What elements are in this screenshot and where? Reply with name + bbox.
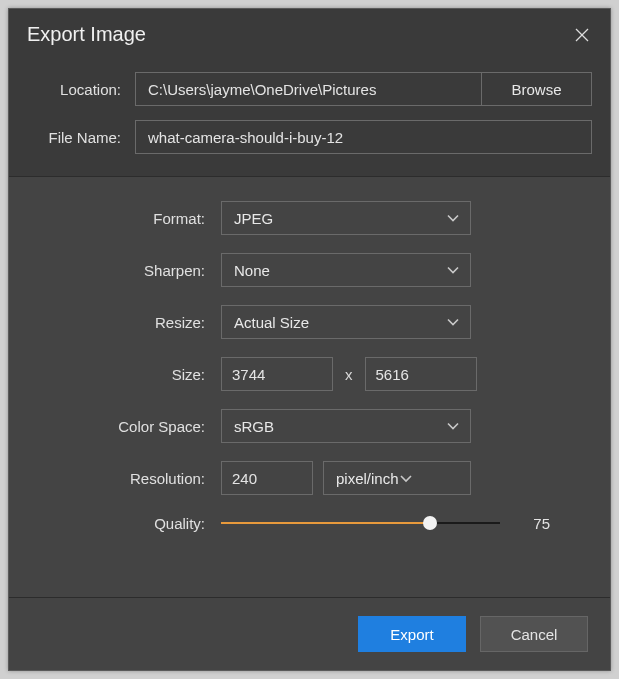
format-value: JPEG xyxy=(234,210,273,227)
resize-value: Actual Size xyxy=(234,314,309,331)
colorspace-label: Color Space: xyxy=(27,418,221,435)
slider-thumb[interactable] xyxy=(423,516,437,530)
slider-fill xyxy=(221,522,430,524)
width-input[interactable] xyxy=(221,357,333,391)
chevron-down-icon xyxy=(446,418,460,435)
height-input[interactable] xyxy=(365,357,477,391)
resolution-unit-value: pixel/inch xyxy=(336,470,399,487)
browse-button[interactable]: Browse xyxy=(481,73,591,105)
sharpen-select[interactable]: None xyxy=(221,253,471,287)
export-image-dialog: Export Image Location: C:\Users\jayme\On… xyxy=(8,8,611,671)
file-section: Location: C:\Users\jayme\OneDrive\Pictur… xyxy=(9,64,610,176)
resize-select[interactable]: Actual Size xyxy=(221,305,471,339)
titlebar: Export Image xyxy=(9,9,610,64)
format-select[interactable]: JPEG xyxy=(221,201,471,235)
footer: Export Cancel xyxy=(9,597,610,670)
size-separator: x xyxy=(343,366,355,383)
colorspace-value: sRGB xyxy=(234,418,274,435)
colorspace-select[interactable]: sRGB xyxy=(221,409,471,443)
cancel-button[interactable]: Cancel xyxy=(480,616,588,652)
chevron-down-icon xyxy=(446,262,460,279)
quality-value: 75 xyxy=(516,515,550,532)
close-icon xyxy=(574,27,590,43)
chevron-down-icon xyxy=(446,314,460,331)
size-label: Size: xyxy=(27,366,221,383)
location-label: Location: xyxy=(27,81,135,98)
dialog-title: Export Image xyxy=(27,23,146,46)
chevron-down-icon xyxy=(446,210,460,227)
chevron-down-icon xyxy=(399,470,413,487)
resolution-label: Resolution: xyxy=(27,470,221,487)
close-button[interactable] xyxy=(572,25,592,45)
quality-slider[interactable] xyxy=(221,513,500,533)
location-path[interactable]: C:\Users\jayme\OneDrive\Pictures xyxy=(136,73,481,105)
resolution-unit-select[interactable]: pixel/inch xyxy=(323,461,471,495)
filename-input[interactable] xyxy=(135,120,592,154)
location-box: C:\Users\jayme\OneDrive\Pictures Browse xyxy=(135,72,592,106)
sharpen-value: None xyxy=(234,262,270,279)
resize-label: Resize: xyxy=(27,314,221,331)
options-section: Format: JPEG Sharpen: None Resize: xyxy=(9,177,610,597)
resolution-input[interactable] xyxy=(221,461,313,495)
quality-label: Quality: xyxy=(27,515,221,532)
filename-label: File Name: xyxy=(27,129,135,146)
sharpen-label: Sharpen: xyxy=(27,262,221,279)
format-label: Format: xyxy=(27,210,221,227)
export-button[interactable]: Export xyxy=(358,616,466,652)
